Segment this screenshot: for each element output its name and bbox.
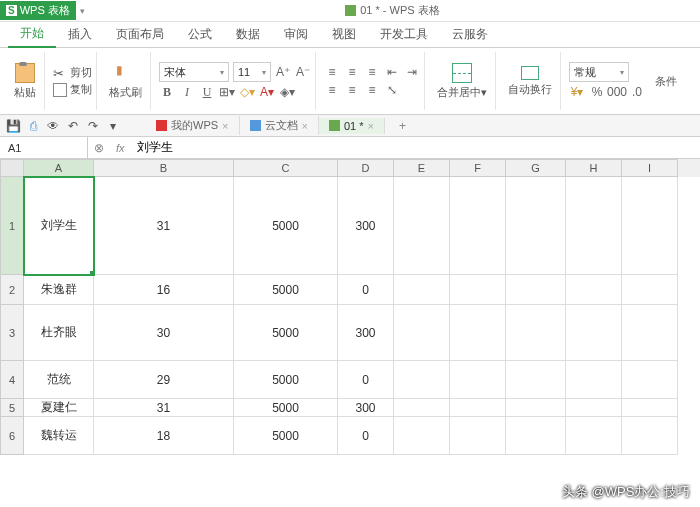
cell[interactable] xyxy=(622,417,678,455)
col-header-G[interactable]: G xyxy=(506,159,566,177)
row-header[interactable]: 2 xyxy=(0,275,24,305)
cell[interactable] xyxy=(394,177,450,275)
cell[interactable] xyxy=(622,275,678,305)
cell[interactable]: 16 xyxy=(94,275,234,305)
cell[interactable] xyxy=(394,275,450,305)
cell[interactable] xyxy=(566,417,622,455)
cell[interactable]: 0 xyxy=(338,417,394,455)
underline-button[interactable]: U xyxy=(199,84,215,100)
cell[interactable]: 5000 xyxy=(234,417,338,455)
cancel-formula-button[interactable]: ⊗ xyxy=(94,141,104,155)
print-preview-button[interactable]: 👁 xyxy=(46,119,60,133)
row-header[interactable]: 6 xyxy=(0,417,24,455)
save-button[interactable]: 💾 xyxy=(6,119,20,133)
copy-button[interactable]: 复制 xyxy=(53,82,92,97)
doc-tab[interactable]: 我的WPS× xyxy=(146,116,240,135)
wrap-text-button[interactable]: 自动换行 xyxy=(504,64,556,99)
doc-tab[interactable]: 01 *× xyxy=(319,118,385,134)
row-header[interactable]: 4 xyxy=(0,361,24,399)
menu-视图[interactable]: 视图 xyxy=(320,22,368,47)
col-header-H[interactable]: H xyxy=(566,159,622,177)
cell[interactable] xyxy=(566,305,622,361)
paste-button[interactable]: 粘贴 xyxy=(10,61,40,102)
cell[interactable]: 5000 xyxy=(234,361,338,399)
cell[interactable]: 300 xyxy=(338,399,394,417)
cell[interactable]: 范统 xyxy=(24,361,94,399)
col-header-I[interactable]: I xyxy=(622,159,678,177)
cell-style-button[interactable]: ◈▾ xyxy=(279,84,295,100)
cell[interactable]: 0 xyxy=(338,361,394,399)
cell[interactable]: 0 xyxy=(338,275,394,305)
col-header-A[interactable]: A xyxy=(24,159,94,177)
cell[interactable] xyxy=(394,361,450,399)
cell[interactable] xyxy=(566,361,622,399)
cut-button[interactable]: 剪切 xyxy=(53,65,92,80)
cell[interactable]: 30 xyxy=(94,305,234,361)
border-button[interactable]: ⊞▾ xyxy=(219,84,235,100)
redo-button[interactable]: ↷ xyxy=(86,119,100,133)
increase-decimal-button[interactable]: .0 xyxy=(629,84,645,100)
indent-increase-button[interactable]: ⇥ xyxy=(404,64,420,80)
close-icon[interactable]: × xyxy=(302,120,308,132)
cell[interactable]: 夏建仁 xyxy=(24,399,94,417)
menu-云服务[interactable]: 云服务 xyxy=(440,22,500,47)
cell[interactable] xyxy=(450,177,506,275)
cell[interactable] xyxy=(394,399,450,417)
formula-input[interactable] xyxy=(131,141,700,155)
menu-数据[interactable]: 数据 xyxy=(224,22,272,47)
col-header-C[interactable]: C xyxy=(234,159,338,177)
align-left-button[interactable]: ≡ xyxy=(324,82,340,98)
cell[interactable] xyxy=(622,305,678,361)
align-top-button[interactable]: ≡ xyxy=(324,64,340,80)
cell[interactable] xyxy=(450,305,506,361)
comma-button[interactable]: 000 xyxy=(609,84,625,100)
cell[interactable] xyxy=(450,417,506,455)
cell[interactable] xyxy=(622,399,678,417)
row-header[interactable]: 5 xyxy=(0,399,24,417)
cell[interactable]: 杜齐眼 xyxy=(24,305,94,361)
col-header-F[interactable]: F xyxy=(450,159,506,177)
cell[interactable]: 300 xyxy=(338,305,394,361)
merge-center-button[interactable]: 合并居中▾ xyxy=(433,61,491,102)
bold-button[interactable]: B xyxy=(159,84,175,100)
cell[interactable]: 5000 xyxy=(234,275,338,305)
align-center-button[interactable]: ≡ xyxy=(344,82,360,98)
cell[interactable] xyxy=(394,305,450,361)
name-box[interactable]: A1 xyxy=(0,137,88,158)
cell[interactable] xyxy=(450,399,506,417)
close-icon[interactable]: × xyxy=(368,120,374,132)
cell[interactable] xyxy=(622,361,678,399)
cell[interactable] xyxy=(450,361,506,399)
menu-公式[interactable]: 公式 xyxy=(176,22,224,47)
cell[interactable]: 魏转运 xyxy=(24,417,94,455)
cell[interactable] xyxy=(506,275,566,305)
font-color-button[interactable]: A▾ xyxy=(259,84,275,100)
app-menu-dropdown-icon[interactable]: ▾ xyxy=(80,6,85,16)
orientation-button[interactable]: ⤡ xyxy=(384,82,400,98)
print-button[interactable]: ⎙ xyxy=(26,119,40,133)
align-middle-button[interactable]: ≡ xyxy=(344,64,360,80)
fill-color-button[interactable]: ◇▾ xyxy=(239,84,255,100)
cell[interactable] xyxy=(506,399,566,417)
align-bottom-button[interactable]: ≡ xyxy=(364,64,380,80)
italic-button[interactable]: I xyxy=(179,84,195,100)
close-icon[interactable]: × xyxy=(222,120,228,132)
spreadsheet-grid[interactable]: ABCDEFGHI 1刘学生3150003002朱逸群16500003杜齐眼30… xyxy=(0,159,700,455)
cell[interactable]: 18 xyxy=(94,417,234,455)
cell[interactable]: 朱逸群 xyxy=(24,275,94,305)
col-header-B[interactable]: B xyxy=(94,159,234,177)
increase-font-button[interactable]: A⁺ xyxy=(275,64,291,80)
qat-dropdown[interactable]: ▾ xyxy=(106,119,120,133)
cell[interactable] xyxy=(506,417,566,455)
undo-button[interactable]: ↶ xyxy=(66,119,80,133)
cell[interactable] xyxy=(622,177,678,275)
menu-开发工具[interactable]: 开发工具 xyxy=(368,22,440,47)
cell[interactable]: 刘学生 xyxy=(24,177,94,275)
cell[interactable] xyxy=(394,417,450,455)
cell[interactable]: 5000 xyxy=(234,177,338,275)
cell[interactable]: 5000 xyxy=(234,305,338,361)
decrease-font-button[interactable]: A⁻ xyxy=(295,64,311,80)
font-name-combo[interactable]: 宋体▾ xyxy=(159,62,229,82)
indent-decrease-button[interactable]: ⇤ xyxy=(384,64,400,80)
menu-页面布局[interactable]: 页面布局 xyxy=(104,22,176,47)
